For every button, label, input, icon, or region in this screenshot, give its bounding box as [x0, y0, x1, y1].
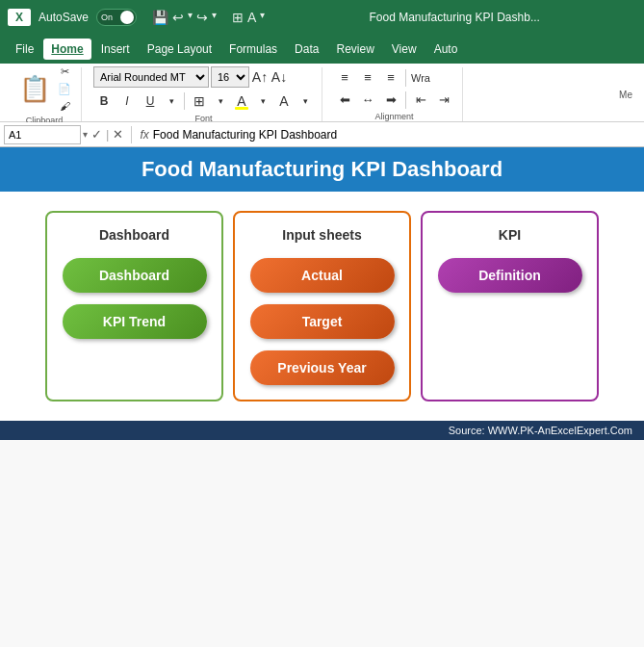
ribbon: 📋 ✂ 📄 🖌 Clipboard Arial Rounded MT 16 A↑ — [0, 64, 644, 122]
indent-right-button[interactable]: ⇥ — [433, 91, 454, 110]
target-button[interactable]: Target — [250, 304, 395, 339]
fill-color-dropdown[interactable]: ▾ — [254, 93, 271, 109]
font-section: Arial Rounded MT 16 A↑ A↓ B I U ▾ ⊞ ▾ A … — [86, 67, 322, 121]
redo-dropdown-icon[interactable]: ▾ — [212, 10, 217, 25]
align-top-button[interactable]: ≡ — [334, 68, 355, 88]
cell-reference-box[interactable]: A1 — [4, 125, 81, 144]
undo-dropdown-icon[interactable]: ▾ — [188, 10, 193, 25]
formula-cancel-icon[interactable]: ✕ — [113, 127, 123, 142]
increase-font-button[interactable]: A↑ — [251, 69, 269, 85]
kpi-section-title: KPI — [499, 227, 521, 243]
menu-home[interactable]: Home — [43, 39, 90, 60]
menu-page-layout[interactable]: Page Layout — [140, 39, 219, 60]
alignment-section: ≡ ≡ ≡ Wra ⬅ ↔ ➡ ⇤ ⇥ Alignment — [326, 67, 463, 121]
align-bottom-button[interactable]: ≡ — [380, 68, 401, 88]
align-center-button[interactable]: ↔ — [357, 91, 378, 110]
sections-row: Dashboard Dashboard KPI Trend Input shee… — [14, 211, 630, 401]
copy-button[interactable]: 📄 — [56, 81, 73, 96]
paste-button[interactable]: 📋 — [15, 72, 54, 106]
align-right-button[interactable]: ➡ — [380, 91, 401, 110]
formula-check-icon[interactable]: ✓ — [91, 127, 102, 142]
font-name-select[interactable]: Arial Rounded MT — [93, 66, 209, 88]
menu-bar: File Home Insert Page Layout Formulas Da… — [0, 35, 644, 64]
dashboard-section: Dashboard Dashboard KPI Trend — [45, 211, 223, 401]
align-left-button[interactable]: ⬅ — [334, 91, 355, 110]
excel-logo: X — [8, 9, 31, 26]
dashboard-section-title: Dashboard — [99, 227, 169, 243]
border-button[interactable]: ⊞ — [189, 91, 210, 112]
kpi-section: KPI Definition — [421, 211, 599, 401]
redo-icon[interactable]: ↪ — [196, 10, 208, 25]
indent-left-button[interactable]: ⇤ — [410, 91, 431, 110]
clipboard-section: 📋 ✂ 📄 🖌 Clipboard — [8, 67, 82, 121]
formula-bar: A1 ▾ ✓ | ✕ fx — [0, 122, 644, 147]
font-color-dropdown[interactable]: ▾ — [296, 93, 314, 109]
definition-button[interactable]: Definition — [438, 258, 582, 293]
dashboard-title: Food Manufacturing KPI Dashboard — [10, 157, 634, 182]
font-size-select[interactable]: 16 — [211, 66, 249, 88]
autosave-toggle[interactable]: On — [96, 9, 137, 26]
format-painter-button[interactable]: 🖌 — [56, 98, 73, 114]
alignment-label: Alignment — [374, 112, 413, 121]
color-dropdown-icon[interactable]: ▾ — [260, 10, 265, 25]
merge-center-button[interactable]: Me — [619, 90, 632, 100]
input-sheets-section: Input sheets Actual Target Previous Year — [233, 211, 411, 401]
formula-input[interactable] — [153, 125, 640, 144]
menu-insert[interactable]: Insert — [93, 39, 138, 60]
cut-button[interactable]: ✂ — [56, 64, 73, 79]
underline-dropdown[interactable]: ▾ — [163, 93, 180, 109]
fill-color-button[interactable]: A — [231, 91, 252, 112]
dashboard-content: Dashboard Dashboard KPI Trend Input shee… — [0, 192, 644, 421]
menu-view[interactable]: View — [384, 39, 425, 60]
decrease-font-button[interactable]: A↓ — [270, 69, 288, 85]
undo-icon[interactable]: ↩ — [172, 10, 184, 25]
dashboard-button[interactable]: Dashboard — [63, 258, 207, 293]
actual-button[interactable]: Actual — [250, 258, 395, 293]
formula-separator — [131, 126, 132, 143]
menu-file[interactable]: File — [8, 39, 41, 60]
cell-ref-dropdown[interactable]: ▾ — [83, 129, 88, 140]
font-color-button[interactable]: A — [273, 91, 295, 112]
source-footer: Source: WWW.PK-AnExcelExpert.Com — [0, 421, 644, 440]
bold-button[interactable]: B — [93, 91, 115, 112]
menu-formulas[interactable]: Formulas — [221, 39, 285, 60]
color-icon[interactable]: A — [247, 10, 256, 25]
input-sheets-section-title: Input sheets — [282, 227, 361, 243]
align-middle-button[interactable]: ≡ — [357, 68, 378, 88]
italic-button[interactable]: I — [116, 91, 138, 112]
toggle-circle — [120, 11, 134, 24]
save-icon[interactable]: 💾 — [152, 10, 168, 25]
title-bar: X AutoSave On 💾 ↩ ▾ ↪ ▾ ⊞ A ▾ Food Manuf… — [0, 0, 644, 35]
kpi-trend-button[interactable]: KPI Trend — [63, 304, 207, 339]
font-label: Font — [194, 114, 212, 123]
menu-auto[interactable]: Auto — [426, 39, 466, 60]
window-title: Food Manufacturing KPI Dashb... — [272, 11, 636, 24]
dashboard-header: Food Manufacturing KPI Dashboard — [0, 147, 644, 192]
toggle-on-label: On — [101, 13, 113, 22]
underline-button[interactable]: U — [140, 91, 161, 112]
fx-label: fx — [140, 128, 148, 142]
autosave-label: AutoSave — [39, 11, 89, 24]
grid-icon[interactable]: ⊞ — [232, 10, 244, 25]
menu-data[interactable]: Data — [287, 39, 326, 60]
menu-review[interactable]: Review — [328, 39, 381, 60]
wrap-text-button[interactable]: Wra — [410, 68, 431, 88]
spreadsheet-area: Food Manufacturing KPI Dashboard Dashboa… — [0, 147, 644, 647]
border-dropdown[interactable]: ▾ — [212, 93, 229, 109]
previous-year-button[interactable]: Previous Year — [250, 350, 395, 385]
source-text: Source: WWW.PK-AnExcelExpert.Com — [449, 425, 632, 436]
